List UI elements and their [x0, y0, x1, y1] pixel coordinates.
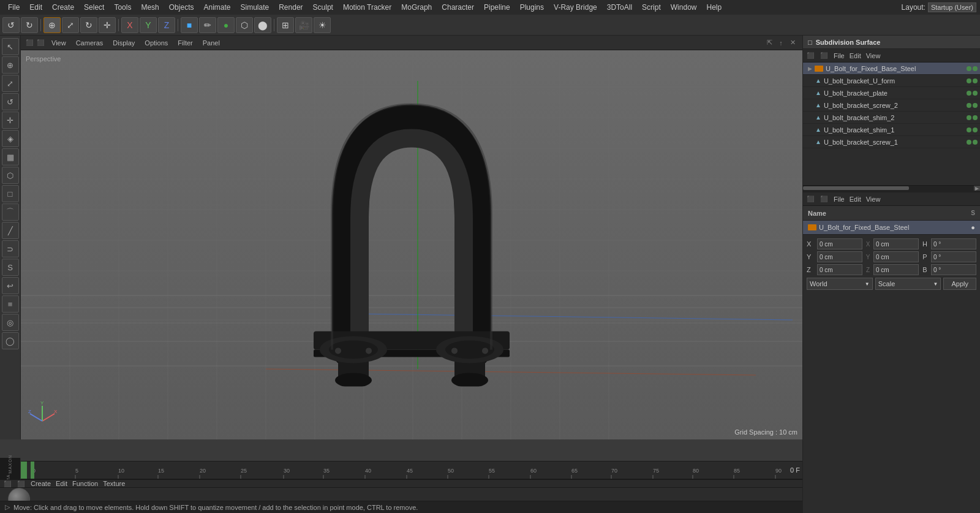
bp-menu-texture[interactable]: Texture [103, 480, 125, 487]
tp-x-pos-field[interactable]: 0 cm [817, 238, 862, 249]
sidebar-dollar-icon[interactable]: S [2, 259, 19, 276]
obj-item-plate[interactable]: ▲ U_bolt_bracket_plate [803, 87, 980, 99]
tp-y-pos-field[interactable]: 0 cm [817, 251, 862, 262]
menu-item-pipeline[interactable]: Pipeline [480, 2, 514, 13]
vp-close-icon[interactable]: ✕ [788, 38, 797, 48]
sidebar-move-icon[interactable]: ⊕ [2, 56, 19, 74]
am-menu-edit[interactable]: Edit [850, 196, 861, 203]
menu-item-help[interactable]: Help [702, 2, 726, 13]
vp-pin-icon[interactable]: ↑ [776, 38, 786, 48]
vp-menu-display[interactable]: Display [109, 38, 138, 48]
sidebar-transform2-icon[interactable]: ✛ [2, 112, 19, 129]
tp-z-pos-field[interactable]: 0 cm [817, 264, 862, 275]
scale-tool-button[interactable]: ⤢ [62, 17, 79, 33]
bp-menu-create[interactable]: Create [31, 480, 51, 487]
sidebar-measure-icon[interactable]: ╱ [2, 222, 19, 239]
menu-item-tools[interactable]: Tools [110, 2, 135, 13]
attr-selected-row[interactable]: U_Bolt_for_Fixed_Base_Steel ● [803, 221, 980, 234]
menu-item-objects[interactable]: Objects [165, 2, 198, 13]
paint-btn[interactable]: ⬤ [254, 17, 271, 33]
am-menu-file[interactable]: File [834, 196, 845, 203]
sidebar-hook-icon[interactable]: ↩ [2, 277, 19, 294]
world-dropdown[interactable]: World ▼ [807, 278, 873, 290]
vp-menu-filter[interactable]: Filter [174, 38, 196, 48]
tp-y-pos2-field[interactable]: 0 cm [873, 251, 919, 262]
menu-item-mograph[interactable]: MoGraph [397, 2, 436, 13]
menu-item-animate[interactable]: Animate [199, 2, 235, 13]
menu-item-mesh[interactable]: Mesh [137, 2, 163, 13]
sidebar-poly-icon[interactable]: ⬡ [2, 167, 19, 184]
axis-z-button[interactable]: Z [158, 17, 175, 33]
scale-dropdown[interactable]: Scale ▼ [875, 278, 941, 290]
obj-item-screw2[interactable]: ▲ U_bolt_bracket_screw_2 [803, 99, 980, 112]
obj-item-shim2[interactable]: ▲ U_bolt_bracket_shim_2 [803, 112, 980, 124]
menu-item-motion-tracker[interactable]: Motion Tracker [339, 2, 396, 13]
sidebar-layers-icon[interactable]: ≡ [2, 295, 19, 313]
cube-icon-btn[interactable]: ■ [181, 17, 198, 33]
grid-btn[interactable]: ⊞ [277, 17, 294, 33]
redo-button[interactable]: ↻ [21, 17, 38, 33]
sidebar-cursor-icon[interactable]: ↖ [2, 38, 19, 55]
obj-item-u-form[interactable]: ▲ U_bolt_bracket_U_form [803, 75, 980, 87]
menu-item-script[interactable]: Script [638, 2, 665, 13]
om-menu-edit[interactable]: Edit [850, 52, 861, 59]
tp-p-field[interactable]: 0 ° [931, 251, 976, 262]
menu-item-3dtoall[interactable]: 3DToAll [603, 2, 636, 13]
menu-item-plugins[interactable]: Plugins [516, 2, 548, 13]
obj-item-ubolt-base[interactable]: ▶ U_Bolt_for_Fixed_Base_Steel [803, 63, 980, 75]
menu-item-select[interactable]: Select [80, 2, 108, 13]
menu-item-file[interactable]: File [4, 2, 24, 13]
axis-y-button[interactable]: Y [140, 17, 157, 33]
bp-menu-function[interactable]: Function [72, 480, 98, 487]
axis-x-button[interactable]: X [121, 17, 138, 33]
vp-menu-panel[interactable]: Panel [199, 38, 224, 48]
transform-button[interactable]: ✛ [99, 17, 116, 33]
timeline-ticks[interactable]: 0 5 10 15 20 25 30 35 40 45 50 [29, 462, 802, 479]
obj-item-shim1[interactable]: ▲ U_bolt_bracket_shim_1 [803, 124, 980, 136]
obj-scroll-right[interactable]: ▶ [974, 186, 980, 191]
menu-item-render[interactable]: Render [274, 2, 307, 13]
menu-item-edit[interactable]: Edit [25, 2, 47, 13]
viewport[interactable]: ⬛ ⬛ View Cameras Display Options Filter … [21, 36, 802, 439]
sculpt-btn[interactable]: ⬡ [236, 17, 253, 33]
tp-h-field[interactable]: 0 ° [931, 238, 976, 249]
sidebar-camera2-icon[interactable]: ◎ [2, 314, 19, 331]
timeline[interactable]: 0 5 10 15 20 25 30 35 40 45 50 [21, 461, 802, 479]
am-menu-view[interactable]: View [866, 196, 881, 203]
tp-b-field[interactable]: 0 ° [931, 264, 976, 275]
menu-item-character[interactable]: Character [437, 2, 478, 13]
rotate-tool-button[interactable]: ↻ [80, 17, 97, 33]
undo-button[interactable]: ↺ [2, 17, 20, 33]
obj-item-screw1[interactable]: ▲ U_bolt_bracket_screw_1 [803, 136, 980, 148]
vp-menu-options[interactable]: Options [141, 38, 172, 48]
sidebar-magnet-icon[interactable]: ⊃ [2, 240, 19, 257]
layout-select[interactable]: Startup (User) [928, 2, 976, 12]
sidebar-vertex-icon[interactable]: ◈ [2, 130, 19, 147]
viewport-canvas[interactable]: Perspective Grid Spacing : 10 cm X Y Z [21, 50, 802, 439]
menu-item-window[interactable]: Window [666, 2, 701, 13]
vp-menu-cameras[interactable]: Cameras [72, 38, 107, 48]
apply-button[interactable]: Apply [943, 278, 976, 290]
sidebar-rotate-icon[interactable]: ↺ [2, 93, 19, 110]
pen-btn[interactable]: ✏ [199, 17, 216, 33]
menu-item-sculpt[interactable]: Sculpt [309, 2, 337, 13]
menu-item-vray[interactable]: V-Ray Bridge [549, 2, 601, 13]
light-btn[interactable]: ☀ [314, 17, 331, 33]
sidebar-edge-icon[interactable]: ▦ [2, 148, 19, 165]
camera-btn[interactable]: 🎥 [295, 17, 312, 33]
sidebar-obj-icon[interactable]: □ [2, 185, 19, 202]
move-tool-button[interactable]: ⊕ [43, 17, 61, 33]
tp-x-pos2-field[interactable]: 0 cm [873, 238, 919, 249]
menu-item-create[interactable]: Create [48, 2, 78, 13]
menu-item-simulate[interactable]: Simulate [236, 2, 274, 13]
vp-expand-icon[interactable]: ⇱ [764, 38, 774, 48]
sidebar-circle-icon[interactable]: ◯ [2, 332, 19, 349]
tp-z-pos2-field[interactable]: 0 cm [873, 264, 919, 275]
om-menu-view[interactable]: View [866, 52, 881, 59]
obj-scrollbar-thumb[interactable] [803, 186, 909, 190]
bp-menu-edit[interactable]: Edit [56, 480, 67, 487]
sidebar-scale-icon[interactable]: ⤢ [2, 75, 19, 92]
obj-scrollbar[interactable]: ▶ [803, 185, 980, 190]
sphere-btn[interactable]: ● [217, 17, 235, 33]
sidebar-spline-icon[interactable]: ⌒ [2, 203, 19, 221]
